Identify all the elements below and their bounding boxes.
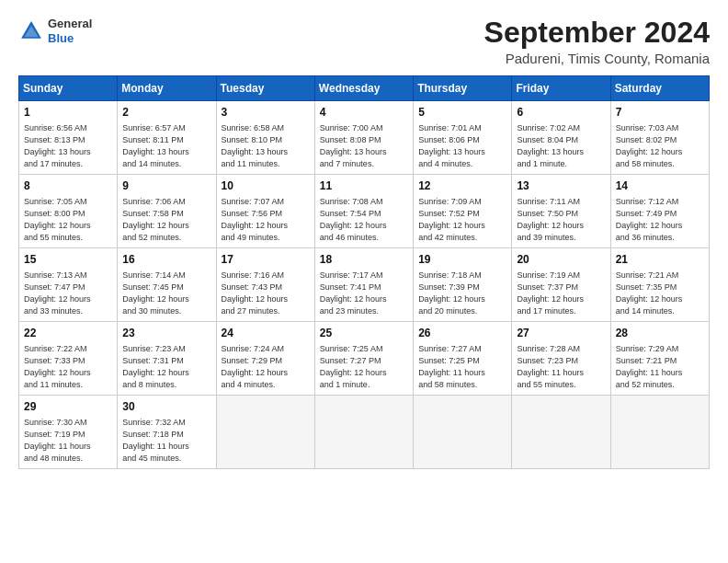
calendar-week-1: 1Sunrise: 6:56 AM Sunset: 8:13 PM Daylig… [19, 101, 710, 175]
table-row: 9Sunrise: 7:06 AM Sunset: 7:58 PM Daylig… [118, 175, 216, 248]
day-number: 16 [122, 252, 210, 268]
day-number: 24 [222, 326, 310, 341]
table-row [216, 396, 314, 469]
calendar-week-3: 15Sunrise: 7:13 AM Sunset: 7:47 PM Dayli… [19, 248, 710, 322]
day-number: 15 [24, 252, 112, 268]
day-info: Sunrise: 7:16 AM Sunset: 7:43 PM Dayligh… [222, 270, 310, 317]
table-row: 21Sunrise: 7:21 AM Sunset: 7:35 PM Dayli… [610, 248, 709, 322]
day-info: Sunrise: 6:58 AM Sunset: 8:10 PM Dayligh… [222, 122, 310, 170]
table-row: 12Sunrise: 7:09 AM Sunset: 7:52 PM Dayli… [414, 175, 512, 248]
day-info: Sunrise: 7:25 AM Sunset: 7:27 PM Dayligh… [320, 343, 408, 391]
table-row: 29Sunrise: 7:30 AM Sunset: 7:19 PM Dayli… [19, 396, 118, 469]
calendar-header-row: Sunday Monday Tuesday Wednesday Thursday… [19, 76, 710, 101]
day-info: Sunrise: 7:00 AM Sunset: 8:08 PM Dayligh… [320, 122, 408, 170]
day-number: 18 [320, 252, 408, 268]
day-info: Sunrise: 7:11 AM Sunset: 7:50 PM Dayligh… [517, 196, 605, 244]
day-info: Sunrise: 7:23 AM Sunset: 7:31 PM Dayligh… [122, 343, 210, 391]
day-number: 17 [222, 252, 310, 268]
day-info: Sunrise: 7:30 AM Sunset: 7:19 PM Dayligh… [24, 417, 112, 465]
table-row: 1Sunrise: 6:56 AM Sunset: 8:13 PM Daylig… [19, 101, 118, 175]
table-row: 2Sunrise: 6:57 AM Sunset: 8:11 PM Daylig… [118, 101, 216, 175]
table-row: 14Sunrise: 7:12 AM Sunset: 7:49 PM Dayli… [610, 175, 709, 248]
day-info: Sunrise: 7:06 AM Sunset: 7:58 PM Dayligh… [122, 196, 210, 244]
table-row: 27Sunrise: 7:28 AM Sunset: 7:23 PM Dayli… [512, 322, 610, 396]
table-row: 3Sunrise: 6:58 AM Sunset: 8:10 PM Daylig… [216, 101, 314, 175]
day-number: 11 [320, 178, 408, 194]
table-row: 23Sunrise: 7:23 AM Sunset: 7:31 PM Dayli… [118, 322, 216, 396]
calendar-week-5: 29Sunrise: 7:30 AM Sunset: 7:19 PM Dayli… [19, 396, 710, 469]
day-info: Sunrise: 7:32 AM Sunset: 7:18 PM Dayligh… [122, 417, 210, 465]
calendar: Sunday Monday Tuesday Wednesday Thursday… [18, 75, 710, 469]
day-number: 9 [122, 178, 210, 194]
day-number: 29 [24, 399, 112, 415]
day-info: Sunrise: 7:17 AM Sunset: 7:41 PM Dayligh… [320, 270, 408, 317]
col-monday: Monday [118, 76, 216, 101]
table-row: 7Sunrise: 7:03 AM Sunset: 8:02 PM Daylig… [610, 101, 709, 175]
location-title: Padureni, Timis County, Romania [484, 51, 710, 66]
table-row: 20Sunrise: 7:19 AM Sunset: 7:37 PM Dayli… [512, 248, 610, 322]
day-number: 12 [418, 178, 506, 194]
day-number: 6 [517, 105, 605, 121]
day-info: Sunrise: 7:19 AM Sunset: 7:37 PM Dayligh… [517, 270, 605, 317]
day-number: 13 [517, 178, 605, 194]
day-info: Sunrise: 7:27 AM Sunset: 7:25 PM Dayligh… [418, 343, 506, 391]
table-row: 8Sunrise: 7:05 AM Sunset: 8:00 PM Daylig… [19, 175, 118, 248]
day-info: Sunrise: 7:24 AM Sunset: 7:29 PM Dayligh… [222, 343, 310, 391]
table-row [314, 396, 413, 469]
day-number: 10 [222, 178, 310, 194]
logo-text: General Blue [48, 17, 92, 45]
day-info: Sunrise: 7:05 AM Sunset: 8:00 PM Dayligh… [24, 196, 112, 244]
table-row: 10Sunrise: 7:07 AM Sunset: 7:56 PM Dayli… [216, 175, 314, 248]
day-info: Sunrise: 7:29 AM Sunset: 7:21 PM Dayligh… [616, 343, 704, 391]
day-number: 25 [320, 326, 408, 341]
day-info: Sunrise: 7:07 AM Sunset: 7:56 PM Dayligh… [222, 196, 310, 244]
calendar-body: 1Sunrise: 6:56 AM Sunset: 8:13 PM Daylig… [19, 101, 710, 469]
table-row: 13Sunrise: 7:11 AM Sunset: 7:50 PM Dayli… [512, 175, 610, 248]
logo-blue: Blue [48, 31, 92, 46]
day-number: 8 [24, 178, 112, 194]
logo-icon [18, 18, 44, 44]
table-row: 19Sunrise: 7:18 AM Sunset: 7:39 PM Dayli… [414, 248, 512, 322]
col-sunday: Sunday [19, 76, 118, 101]
table-row: 24Sunrise: 7:24 AM Sunset: 7:29 PM Dayli… [216, 322, 314, 396]
day-info: Sunrise: 7:09 AM Sunset: 7:52 PM Dayligh… [418, 196, 506, 244]
day-number: 22 [24, 326, 112, 341]
table-row: 4Sunrise: 7:00 AM Sunset: 8:08 PM Daylig… [314, 101, 413, 175]
col-thursday: Thursday [414, 76, 512, 101]
table-row [414, 396, 512, 469]
day-info: Sunrise: 7:03 AM Sunset: 8:02 PM Dayligh… [616, 122, 704, 170]
day-number: 3 [222, 105, 310, 121]
logo-general: General [48, 17, 92, 31]
day-number: 27 [517, 326, 605, 341]
day-number: 26 [418, 326, 506, 341]
page: General Blue September 2024 Padureni, Ti… [0, 0, 728, 478]
table-row: 6Sunrise: 7:02 AM Sunset: 8:04 PM Daylig… [512, 101, 610, 175]
day-number: 28 [616, 326, 704, 341]
logo: General Blue [18, 17, 92, 45]
table-row: 28Sunrise: 7:29 AM Sunset: 7:21 PM Dayli… [610, 322, 709, 396]
col-tuesday: Tuesday [216, 76, 314, 101]
day-info: Sunrise: 7:12 AM Sunset: 7:49 PM Dayligh… [616, 196, 704, 244]
table-row: 5Sunrise: 7:01 AM Sunset: 8:06 PM Daylig… [414, 101, 512, 175]
day-number: 30 [122, 399, 210, 415]
day-number: 23 [122, 326, 210, 341]
day-number: 5 [418, 105, 506, 121]
day-info: Sunrise: 7:02 AM Sunset: 8:04 PM Dayligh… [517, 122, 605, 170]
day-info: Sunrise: 7:21 AM Sunset: 7:35 PM Dayligh… [616, 270, 704, 317]
table-row: 16Sunrise: 7:14 AM Sunset: 7:45 PM Dayli… [118, 248, 216, 322]
table-row [512, 396, 610, 469]
table-row: 18Sunrise: 7:17 AM Sunset: 7:41 PM Dayli… [314, 248, 413, 322]
table-row: 17Sunrise: 7:16 AM Sunset: 7:43 PM Dayli… [216, 248, 314, 322]
header: General Blue September 2024 Padureni, Ti… [18, 17, 710, 66]
day-number: 1 [24, 105, 112, 121]
day-number: 2 [122, 105, 210, 121]
day-info: Sunrise: 7:13 AM Sunset: 7:47 PM Dayligh… [24, 270, 112, 317]
day-info: Sunrise: 7:08 AM Sunset: 7:54 PM Dayligh… [320, 196, 408, 244]
table-row: 22Sunrise: 7:22 AM Sunset: 7:33 PM Dayli… [19, 322, 118, 396]
table-row: 15Sunrise: 7:13 AM Sunset: 7:47 PM Dayli… [19, 248, 118, 322]
calendar-week-2: 8Sunrise: 7:05 AM Sunset: 8:00 PM Daylig… [19, 175, 710, 248]
day-number: 20 [517, 252, 605, 268]
col-wednesday: Wednesday [314, 76, 413, 101]
day-info: Sunrise: 7:01 AM Sunset: 8:06 PM Dayligh… [418, 122, 506, 170]
day-number: 7 [616, 105, 704, 121]
